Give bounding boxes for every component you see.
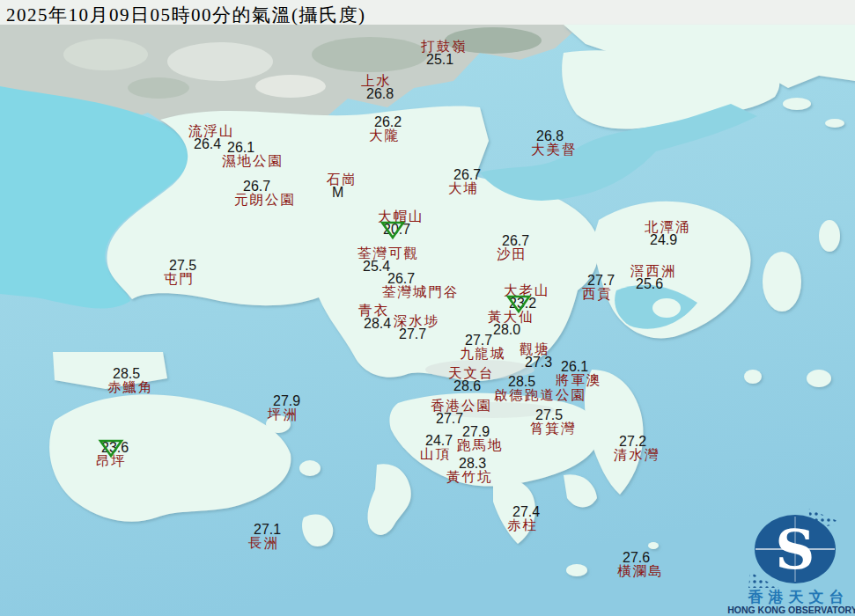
station-value: 26.1	[227, 141, 284, 154]
station-name: 長洲	[248, 536, 281, 549]
station-name: 北潭涌	[645, 220, 691, 233]
station-value: 26.2	[374, 115, 402, 128]
station-tuen-mun: 27.5屯門	[164, 259, 196, 285]
station-shau-kei-wan: 27.5筲箕灣	[530, 408, 577, 435]
station-value: 27.5	[535, 408, 577, 422]
station-value: 26.7	[243, 180, 296, 193]
station-shek-kong: 石崗M	[327, 172, 357, 199]
station-name: 黃竹坑	[446, 470, 493, 483]
station-happy-valley: 27.9跑馬地	[457, 425, 504, 451]
station-wetland-park: 26.1濕地公園	[222, 141, 284, 167]
station-name: 大隴	[369, 128, 402, 142]
stations-layer: 打鼓嶺25.1上水26.8流浮山26.426.1濕地公園26.2大隴石崗M26.…	[0, 0, 855, 616]
station-tsing-yi: 青衣28.4	[358, 304, 391, 330]
station-tai-po: 26.7大埔	[448, 168, 481, 194]
station-value: 27.7	[465, 334, 506, 347]
station-name: 天文台	[448, 366, 495, 379]
station-name: 荃灣可觀	[357, 246, 419, 260]
station-clear-water-bay: 27.2清水灣	[614, 435, 660, 461]
station-yuen-long-park: 26.7元朗公園	[234, 180, 296, 206]
station-name: 沙田	[497, 247, 529, 260]
station-value: 27.3	[525, 356, 552, 369]
station-name: 大美督	[531, 143, 578, 156]
station-tsuen-wan-ho-koon: 荃灣可觀25.4	[357, 246, 419, 273]
station-value: 28.5	[113, 367, 154, 380]
station-name: 屯門	[164, 272, 196, 285]
station-name: 濕地公園	[222, 154, 284, 167]
station-value: 27.6	[623, 551, 664, 564]
station-sai-kung: 27.7西貢	[582, 274, 615, 300]
station-value: 25.1	[426, 53, 468, 66]
station-tai-mei-tuk: 26.8大美督	[531, 129, 578, 156]
station-name: 九龍城	[460, 347, 506, 360]
station-name: 啟德跑道公園	[494, 388, 586, 401]
station-value: 24.7	[425, 434, 453, 447]
station-name: 流浮山	[188, 124, 235, 137]
station-waglan-island: 27.6橫瀾島	[617, 551, 664, 577]
station-name: 橫瀾島	[617, 564, 664, 577]
station-sham-shui-po: 深水埗27.7	[394, 314, 440, 341]
station-hong-kong-park: 香港公園27.7	[431, 399, 492, 425]
station-observatory: 天文台28.6	[448, 366, 495, 392]
station-value: 27.1	[254, 523, 281, 536]
station-value: 28.3	[459, 457, 493, 470]
station-name: 上水	[361, 74, 394, 87]
station-value: 28.4	[364, 317, 391, 330]
station-value: 27.9	[273, 394, 300, 407]
station-chek-lap-kok: 28.5赤鱲角	[107, 367, 154, 393]
station-value: M	[332, 186, 357, 199]
station-name: 打鼓嶺	[421, 40, 468, 53]
station-value: 26.7	[502, 234, 529, 247]
station-value: 26.7	[387, 272, 460, 285]
station-name: 青衣	[358, 304, 391, 317]
station-cheung-chau: 27.1長洲	[248, 523, 281, 549]
station-name: 大帽山	[378, 209, 424, 223]
station-value: 26.7	[453, 168, 481, 181]
station-sheung-shui: 上水26.8	[361, 74, 394, 100]
station-ta-lung: 26.2大隴	[369, 115, 402, 142]
station-value: 27.7	[436, 412, 492, 425]
station-name: 大埔	[448, 181, 481, 194]
station-value: 27.7	[399, 327, 440, 341]
station-value: 23.6	[101, 441, 129, 454]
station-name: 赤鱲角	[107, 380, 154, 393]
station-wong-chuk-hang: 28.3黃竹坑	[446, 457, 493, 483]
station-value: 25.6	[636, 277, 677, 290]
station-value: 26.8	[536, 129, 578, 143]
station-ngong-ping: 23.6昂坪	[96, 441, 129, 467]
temperature-map-screen: S 香港天文台 HONG KONG OBSERVATORY 2025年10月09…	[0, 0, 855, 616]
station-name: 坪洲	[268, 407, 300, 421]
station-tai-mo-shan: 大帽山20.7	[378, 209, 424, 236]
station-value: 24.9	[650, 233, 691, 246]
station-name: 昂坪	[96, 454, 129, 467]
station-value: 27.5	[169, 259, 196, 272]
station-value: 27.9	[462, 425, 504, 438]
station-kwun-tong: 觀塘27.3	[520, 342, 552, 369]
station-value: 26.8	[366, 87, 394, 100]
station-name: 大老山	[504, 283, 550, 297]
station-stanley: 27.4赤柱	[507, 505, 540, 532]
station-value: 27.7	[587, 274, 615, 287]
station-value: 28.6	[453, 379, 495, 392]
station-name: 筲箕灣	[530, 422, 577, 435]
station-peng-chau: 27.9坪洲	[268, 394, 300, 421]
station-kau-sai-chau: 滘西洲25.6	[630, 264, 677, 290]
station-name: 清水灣	[614, 448, 660, 461]
station-name: 觀塘	[520, 342, 552, 356]
station-value: 27.2	[619, 435, 660, 448]
station-value: 26.1	[561, 360, 602, 373]
station-name: 赤柱	[507, 518, 540, 532]
station-name: 荃灣城門谷	[382, 285, 460, 298]
station-name: 跑馬地	[457, 438, 504, 451]
station-kowloon-city: 27.7九龍城	[460, 334, 506, 360]
station-tates-cairn: 大老山23.2	[504, 283, 550, 310]
station-value: 23.2	[509, 297, 550, 310]
station-value: 28.5	[508, 375, 586, 388]
station-name: 香港公園	[431, 399, 492, 412]
station-name: 深水埗	[394, 314, 440, 327]
station-value: 27.4	[512, 505, 540, 518]
station-name: 黃大仙	[488, 310, 534, 323]
station-ta-kwu-ling: 打鼓嶺25.1	[421, 40, 468, 66]
station-name: 滘西洲	[630, 264, 677, 277]
station-wong-tai-sin: 黃大仙28.0	[488, 310, 534, 336]
